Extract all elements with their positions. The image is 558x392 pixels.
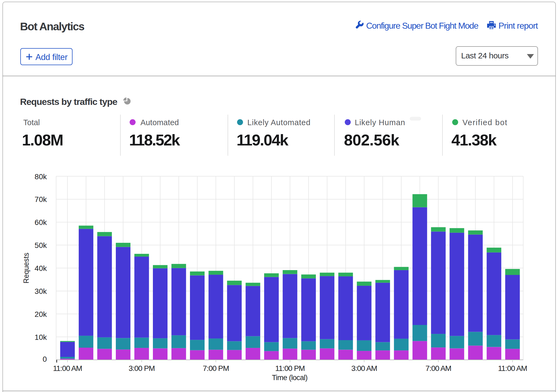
svg-text:11:00 AM: 11:00 AM xyxy=(498,364,527,373)
svg-text:70k: 70k xyxy=(35,195,47,204)
svg-text:0: 0 xyxy=(42,355,47,363)
svg-text:20k: 20k xyxy=(35,310,47,318)
svg-text:30k: 30k xyxy=(35,287,47,295)
svg-text:50k: 50k xyxy=(35,241,47,250)
svg-text:7:00 AM: 7:00 AM xyxy=(425,364,451,373)
svg-text:11:00 AM: 11:00 AM xyxy=(53,364,82,373)
svg-text:40k: 40k xyxy=(35,264,47,273)
svg-text:Requests: Requests xyxy=(22,253,30,283)
svg-text:60k: 60k xyxy=(35,218,47,227)
svg-text:10k: 10k xyxy=(35,333,47,341)
svg-text:3:00 AM: 3:00 AM xyxy=(351,364,377,373)
svg-text:11:00 PM: 11:00 PM xyxy=(275,364,305,373)
svg-text:Time (local): Time (local) xyxy=(272,374,308,382)
svg-text:7:00 PM: 7:00 PM xyxy=(203,364,229,373)
svg-text:80k: 80k xyxy=(35,172,47,181)
svg-text:3:00 PM: 3:00 PM xyxy=(129,364,155,373)
